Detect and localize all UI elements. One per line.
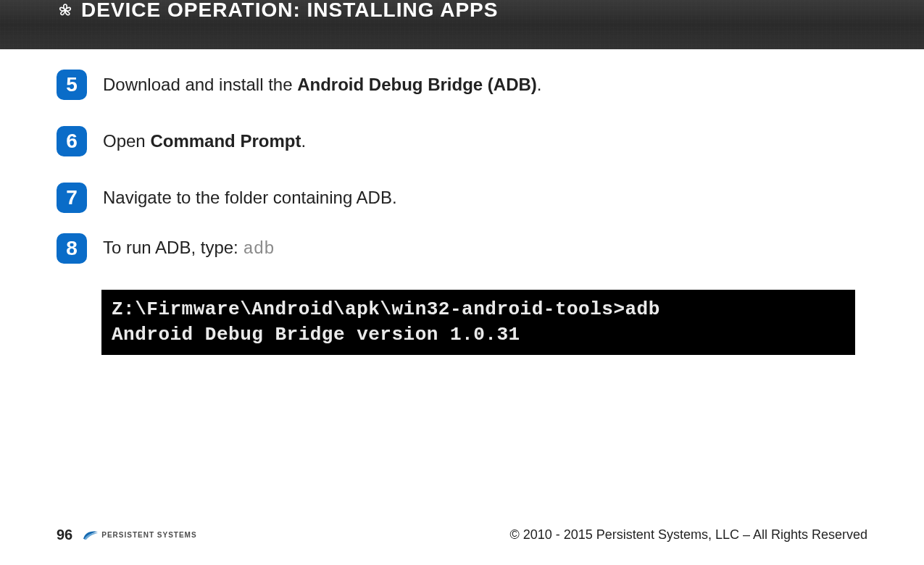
step-text: To run ADB, type: adb bbox=[103, 236, 275, 261]
terminal-line: Android Debug Bridge version 1.0.31 bbox=[112, 324, 520, 346]
step-8: 8 To run ADB, type: adb bbox=[57, 233, 867, 264]
step-text: Open Command Prompt. bbox=[103, 130, 306, 153]
page-title: DEVICE OPERATION: INSTALLING APPS bbox=[81, 0, 498, 20]
copyright-text: © 2010 - 2015 Persistent Systems, LLC – … bbox=[510, 527, 868, 543]
step-badge: 7 bbox=[57, 183, 87, 213]
brand-name: PERSISTENT SYSTEMS bbox=[101, 531, 196, 539]
text-segment: . bbox=[301, 131, 306, 151]
step-badge: 5 bbox=[57, 70, 87, 100]
terminal-line: Z:\Firmware\Android\apk\win32-android-to… bbox=[112, 298, 660, 320]
text-segment-mono: adb bbox=[243, 239, 274, 259]
step-text: Download and install the Android Debug B… bbox=[103, 73, 541, 96]
text-segment: Open bbox=[103, 131, 150, 151]
text-segment: . bbox=[537, 75, 542, 94]
device-operation-icon bbox=[57, 1, 74, 19]
brand-logo: PERSISTENT SYSTEMS bbox=[83, 529, 196, 542]
logo-swoosh-icon bbox=[83, 529, 99, 542]
title-prefix: DEVICE OPERATION: bbox=[81, 0, 301, 21]
terminal-screenshot: Z:\Firmware\Android\apk\win32-android-to… bbox=[101, 290, 855, 355]
step-5: 5 Download and install the Android Debug… bbox=[57, 70, 867, 100]
step-badge: 8 bbox=[57, 233, 87, 264]
text-segment: To run ADB, type: bbox=[103, 238, 243, 257]
content-area: 5 Download and install the Android Debug… bbox=[0, 49, 924, 355]
text-segment-bold: Command Prompt bbox=[150, 131, 301, 151]
page-footer: 96 PERSISTENT SYSTEMS © 2010 - 2015 Pers… bbox=[0, 527, 924, 543]
text-segment: Navigate to the folder containing ADB. bbox=[103, 188, 397, 207]
text-segment: Download and install the bbox=[103, 75, 297, 94]
step-text: Navigate to the folder containing ADB. bbox=[103, 186, 397, 209]
footer-left: 96 PERSISTENT SYSTEMS bbox=[57, 527, 197, 543]
page-header: DEVICE OPERATION: INSTALLING APPS bbox=[0, 0, 924, 49]
title-suffix: INSTALLING APPS bbox=[301, 0, 499, 21]
step-badge: 6 bbox=[57, 126, 87, 156]
text-segment-bold: Android Debug Bridge (ADB) bbox=[297, 75, 537, 94]
step-7: 7 Navigate to the folder containing ADB. bbox=[57, 183, 867, 213]
step-6: 6 Open Command Prompt. bbox=[57, 126, 867, 156]
page-number: 96 bbox=[57, 527, 72, 543]
